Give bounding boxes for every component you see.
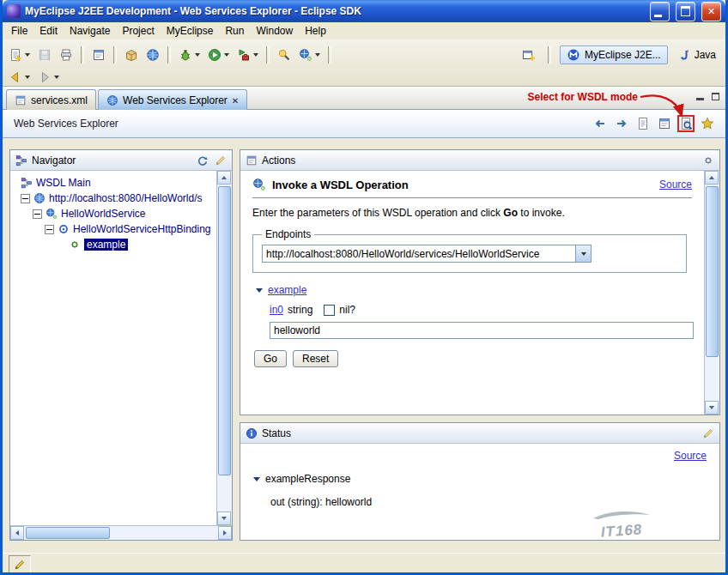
scroll-up-button[interactable] [705,171,719,185]
toolbar-separator [81,46,84,64]
maximize-view-icon[interactable] [712,93,719,100]
edit-button[interactable] [215,154,227,166]
nil-checkbox[interactable] [324,305,335,316]
menu-edit[interactable]: Edit [33,23,64,39]
statusbar [3,553,725,575]
open-web-browser-button[interactable] [143,45,163,65]
back-button[interactable] [5,67,33,88]
scroll-track[interactable] [217,185,232,511]
new-wizard-button[interactable] [5,45,33,65]
action-buttons-row: Go Reset [254,350,692,367]
search-button[interactable] [274,45,294,65]
tab-web-services-explorer[interactable]: Web Services Explorer [98,89,247,110]
heading-separator [252,197,692,198]
forward-button[interactable] [34,67,63,88]
tree-node-wsdl-main[interactable]: WSDL Main [15,175,216,191]
scroll-thumb[interactable] [706,186,719,357]
scroll-down-button[interactable] [217,511,231,525]
minimize-button[interactable] [650,2,670,21]
collapse-expander-icon[interactable] [21,194,30,203]
watermark-text: IT168 [591,521,652,542]
minimize-view-icon[interactable] [696,98,704,100]
statusbar-cell [9,555,31,574]
actions-source-link[interactable]: Source [659,179,692,191]
scroll-thumb[interactable] [218,186,231,475]
favorites-button[interactable] [701,117,714,130]
menu-run[interactable]: Run [219,23,250,39]
debug-button[interactable] [175,45,203,65]
scroll-track[interactable] [24,526,218,540]
scroll-up-button[interactable] [217,171,231,185]
tab-services-xml[interactable]: services.xml [6,89,96,110]
param-type-label: string [288,304,312,316]
annotation-text: Select for WSDL mode [507,91,638,103]
twistie-expanded-icon[interactable] [256,288,263,293]
status-edit-button[interactable] [702,427,714,439]
operation-row: example [256,284,692,296]
reset-button[interactable]: Reset [293,350,338,367]
menu-window[interactable]: Window [250,23,299,39]
eclipse-app-icon [7,4,21,18]
actions-vertical-scrollbar[interactable] [704,171,719,415]
scroll-thumb[interactable] [26,527,110,539]
go-button[interactable]: Go [254,350,287,367]
param-value-input[interactable] [270,322,694,339]
explorer-forward-button[interactable] [615,117,628,130]
external-tools-button[interactable] [234,45,262,65]
close-button[interactable] [701,2,721,21]
result-text: out (string): helloworld [270,496,372,508]
explorer-back-button[interactable] [593,117,607,130]
view-controls [696,92,719,100]
open-perspective-button[interactable] [519,45,539,65]
actions-icon [246,154,258,166]
menu-file[interactable]: File [5,23,33,39]
annotation-arrow-icon [639,91,690,125]
arrow-down-icon [221,517,227,520]
perspective-myeclipse[interactable]: MyEclipse J2E... [560,45,668,64]
scroll-down-button[interactable] [705,401,719,415]
perspective-java[interactable]: Java [673,46,720,64]
web-service-wizard-button[interactable] [295,45,324,65]
wsdl-main-icon [21,177,33,189]
titlebar[interactable]: MyEclipse J2EE Development - Web Service… [3,0,725,22]
param-in0-link[interactable]: in0 [270,304,283,316]
refresh-button[interactable] [197,154,209,166]
new-package-button[interactable] [121,45,142,65]
tree-node-service[interactable]: HelloWorldService [15,206,216,221]
scroll-track[interactable] [705,185,719,401]
menu-navigate[interactable]: Navigate [64,23,116,39]
twistie-expanded-icon[interactable] [253,477,260,481]
save-button[interactable] [34,45,55,65]
navigator-horizontal-scrollbar[interactable] [10,525,232,540]
menu-myeclipse[interactable]: MyEclipse [161,23,220,39]
maximize-button[interactable] [676,2,695,21]
endpoint-combobox[interactable]: http://localhost:8080/HelloWorld/service… [262,245,592,263]
scroll-left-button[interactable] [10,526,24,540]
debug-icon [179,48,192,62]
print-icon [59,48,73,62]
toolbar-separator [113,46,117,64]
tab-label: services.xml [31,94,88,106]
menu-project[interactable]: Project [116,23,160,39]
status-source-link[interactable]: Source [674,450,707,462]
menu-help[interactable]: Help [299,23,332,39]
combo-dropdown-button[interactable] [575,245,591,262]
run-button[interactable] [204,45,233,65]
tree-node-operation-example[interactable]: example [15,237,216,252]
binding-icon [58,223,70,235]
arrow-left-icon [15,530,19,536]
operation-example-link[interactable]: example [268,284,306,296]
validate-button[interactable] [88,45,109,65]
xml-file-icon [15,94,27,106]
collapse-expander-icon[interactable] [45,225,54,234]
tree-node-wsdl-url[interactable]: http://localhost:8080/HelloWorld/s [15,191,216,206]
collapse-expander-icon[interactable] [33,209,42,219]
scroll-right-button[interactable] [218,526,232,540]
print-button[interactable] [56,45,76,65]
tab-close-icon[interactable] [232,94,239,106]
navigator-vertical-scrollbar[interactable] [216,171,232,525]
navigator-icon [15,154,27,166]
actions-settings-button[interactable] [702,154,714,166]
watermark-swoosh-icon [592,510,652,520]
tree-node-binding[interactable]: HelloWorldServiceHttpBinding [15,221,216,237]
